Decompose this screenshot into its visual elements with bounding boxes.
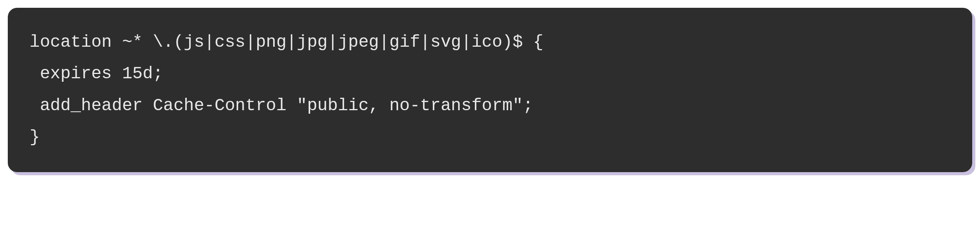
code-line-1: location ~* \.(js|css|png|jpg|jpeg|gif|s… [30,32,543,52]
code-line-4: } [30,127,40,147]
code-content: location ~* \.(js|css|png|jpg|jpeg|gif|s… [30,26,950,153]
code-line-3: add_header Cache-Control "public, no-tra… [30,96,533,115]
code-block: location ~* \.(js|css|png|jpg|jpeg|gif|s… [8,8,972,172]
code-line-2: expires 15d; [30,64,163,83]
